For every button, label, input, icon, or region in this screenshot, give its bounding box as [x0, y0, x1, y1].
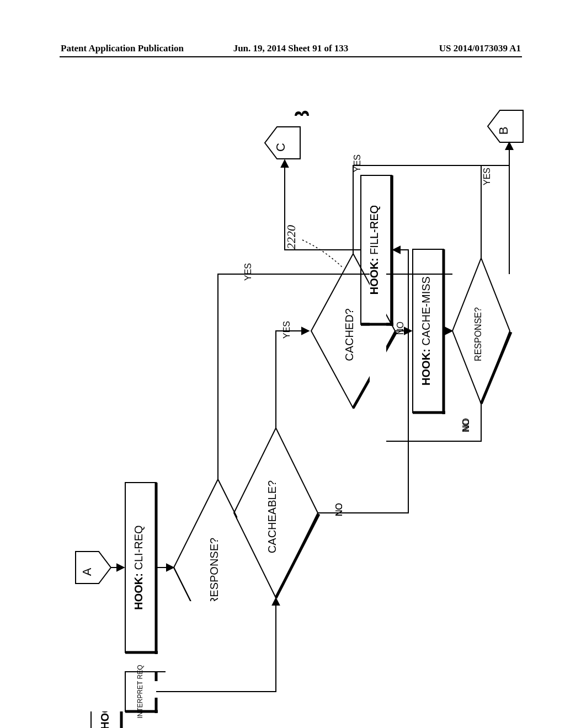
svg-rect-91 [452, 243, 530, 419]
svg-text:INTERPRET REQ: INTERPRET REQ [136, 665, 144, 718]
flowchart: .thin { stroke:#000; stroke-width:2; fil… [0, 0, 565, 728]
svg-text:HOOK: CLI-REQ: HOOK: CLI-REQ [132, 525, 145, 609]
svg-text:NO: NO [334, 503, 344, 516]
svg-text:YES: YES [482, 168, 492, 185]
svg-rect-73 [166, 601, 524, 717]
svg-text:YES: YES [282, 321, 291, 339]
svg-text:B: B [497, 127, 510, 135]
svg-text:HOOK: FILL-REQ: HOOK: FILL-REQ [368, 205, 380, 295]
svg-text:RESPONSE?: RESPONSE? [473, 307, 483, 361]
svg-rect-78 [154, 681, 226, 698]
svg-text:NO: NO [461, 419, 471, 432]
svg-text:CACHED?: CACHED? [343, 308, 355, 361]
svg-text:HOOK: CACHE-MISS: HOOK: CACHE-MISS [420, 276, 432, 386]
svg-text:YES: YES [353, 154, 362, 172]
svg-text:2220: 2220 [284, 225, 298, 249]
page: Patent Application Publication Jun. 19, … [0, 0, 565, 728]
svg-text:YES: YES [243, 263, 253, 281]
svg-text:RESPONSE?: RESPONSE? [208, 538, 220, 605]
svg-text:A: A [80, 568, 94, 576]
svg-text:CACHEABLE?: CACHEABLE? [266, 480, 278, 553]
svg-text:NO: NO [396, 322, 405, 335]
svg-text:C: C [274, 143, 287, 152]
